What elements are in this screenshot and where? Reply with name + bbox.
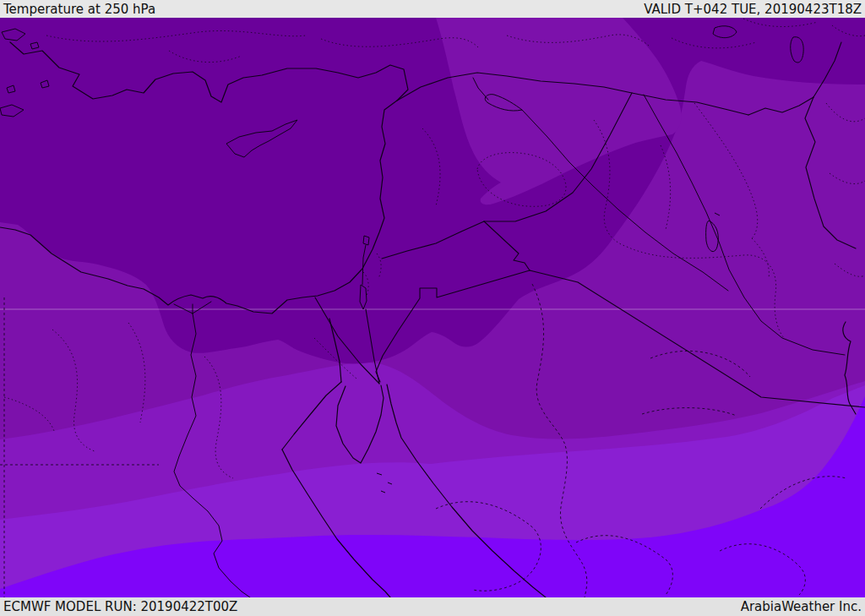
company-credit: ArabiaWeather Inc.: [741, 599, 862, 614]
header-bar: Temperature at 250 hPa VALID T+042 TUE, …: [0, 0, 865, 18]
temperature-map-canvas: [0, 18, 865, 597]
map-title: Temperature at 250 hPa: [3, 2, 155, 17]
weather-map-screen: Temperature at 250 hPa VALID T+042 TUE, …: [0, 0, 865, 616]
valid-time-label: VALID T+042 TUE, 20190423T18Z: [644, 2, 862, 17]
footer-bar: ECMWF MODEL RUN: 20190422T00Z ArabiaWeat…: [0, 597, 865, 616]
model-run-label: ECMWF MODEL RUN: 20190422T00Z: [3, 599, 237, 614]
